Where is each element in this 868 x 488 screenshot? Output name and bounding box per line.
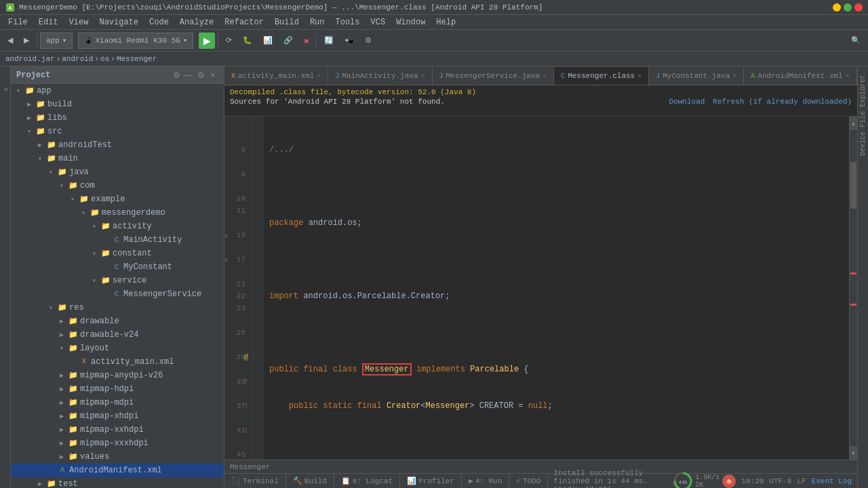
- sdk-button[interactable]: ⚙: [360, 33, 376, 49]
- breadcrumb-item-messenger[interactable]: Messenger: [117, 55, 157, 63]
- app-selector[interactable]: app ▾: [40, 33, 73, 49]
- back-button[interactable]: ◀: [3, 33, 18, 49]
- tab-messenger-class[interactable]: C Messenger.class ×: [554, 67, 649, 85]
- menu-window[interactable]: Window: [391, 16, 431, 28]
- tree-item-layout[interactable]: ▾ 📁 layout: [11, 342, 224, 355]
- tree-item-mainactivity[interactable]: C MainActivity: [11, 233, 224, 247]
- avd-button[interactable]: 📲: [340, 33, 359, 49]
- tree-item-test[interactable]: ▶ 📁 test: [11, 477, 224, 488]
- tree-item-java[interactable]: ▾ 📁 java: [11, 165, 224, 179]
- tree-item-mipmap-xxhdpi[interactable]: ▶ 📁 mipmap-xxhdpi: [11, 423, 224, 436]
- tree-item-androidtest[interactable]: ▶ 📁 androidTest: [11, 138, 224, 152]
- close-button[interactable]: [854, 3, 863, 12]
- panel-close-button[interactable]: ×: [208, 70, 218, 81]
- menu-code[interactable]: Code: [144, 16, 174, 28]
- tree-item-app[interactable]: ▾ 📁 app: [11, 84, 224, 98]
- bottom-tab-build[interactable]: 🔨 Build: [286, 474, 334, 489]
- tree-item-libs[interactable]: ▶ 📁 libs: [11, 111, 224, 125]
- menu-edit[interactable]: Edit: [33, 16, 64, 28]
- menu-file[interactable]: File: [3, 16, 33, 28]
- tree-item-com[interactable]: ▾ 📁 com: [11, 179, 224, 192]
- scroll-down-button[interactable]: ▼: [850, 446, 857, 460]
- menu-tools[interactable]: Tools: [330, 16, 366, 28]
- tree-item-values[interactable]: ▶ 📁 values: [11, 450, 224, 464]
- tree-item-mipmap-hdpi[interactable]: ▶ 📁 mipmap-hdpi: [11, 382, 224, 396]
- attach-button[interactable]: 🔗: [279, 33, 298, 49]
- tab-mainactivity-java[interactable]: J MainActivity.java ×: [328, 67, 432, 85]
- tree-item-androidmanifest[interactable]: A AndroidManifest.xml: [11, 464, 224, 477]
- tree-item-activity-main-xml[interactable]: X activity_main.xml: [11, 355, 224, 369]
- bottom-tab-logcat[interactable]: 📋 6: Logcat: [334, 474, 400, 489]
- tree-item-drawable[interactable]: ▶ 📁 drawable: [11, 314, 224, 328]
- event-log-button[interactable]: Event Log: [812, 477, 852, 485]
- tree-item-build[interactable]: ▶ 📁 build: [11, 98, 224, 111]
- maximize-button[interactable]: [844, 3, 852, 12]
- menu-navigate[interactable]: Navigate: [94, 16, 144, 28]
- bottom-tab-profiler[interactable]: 📊 Profiler: [400, 474, 462, 489]
- tree-item-src[interactable]: ▾ 📁 src: [11, 125, 224, 138]
- menu-view[interactable]: View: [64, 16, 94, 28]
- tree-arrow: ▶: [27, 100, 35, 108]
- menu-vcs[interactable]: VCS: [366, 16, 391, 28]
- tab-close-button[interactable]: ×: [846, 73, 850, 80]
- breadcrumb-item-os[interactable]: os: [100, 55, 109, 63]
- tab-close-button[interactable]: ×: [542, 73, 547, 80]
- tree-item-example[interactable]: ▾ 📁 example: [11, 192, 224, 206]
- tree-item-constant[interactable]: ▾ 📁 constant: [11, 247, 224, 260]
- scrollbar-right[interactable]: ▲ ▼: [849, 117, 857, 460]
- gradle-sync-button[interactable]: 🔄: [319, 33, 338, 49]
- menu-analyze[interactable]: Analyze: [174, 16, 219, 28]
- tab-myconstant-java[interactable]: J MyConstant.java ×: [649, 67, 744, 85]
- menu-run[interactable]: Run: [304, 16, 330, 28]
- tree-item-main[interactable]: ▾ 📁 main: [11, 152, 224, 165]
- tree-item-mipmap-xxxhdpi[interactable]: ▶ 📁 mipmap-xxxhdpi: [11, 436, 224, 450]
- tab-androidmanifest-xml[interactable]: A AndroidManifest.xml ×: [744, 67, 856, 85]
- tree-item-messengerservice[interactable]: C MessengerService: [11, 287, 224, 301]
- breadcrumb-item-jar[interactable]: android.jar: [5, 55, 55, 63]
- stop-button[interactable]: ■: [299, 33, 313, 49]
- scroll-thumb[interactable]: [850, 162, 856, 209]
- tree-item-mipmap-xhdpi[interactable]: ▶ 📁 mipmap-xhdpi: [11, 409, 224, 423]
- profile-button[interactable]: 📊: [258, 33, 277, 49]
- tree-item-messengerdemo[interactable]: ▾ 📁 messengerdemo: [11, 206, 224, 220]
- breadcrumb-item-android[interactable]: android: [62, 55, 93, 63]
- window-controls[interactable]: [833, 3, 863, 12]
- tree-item-service[interactable]: ▾ 📁 service: [11, 274, 224, 287]
- bottom-tab-todo[interactable]: ✓ TODO: [509, 474, 548, 489]
- scroll-track[interactable]: [850, 130, 857, 446]
- device-selector[interactable]: 📱 Xiaomi Redmi K30 5G ▾: [78, 33, 193, 49]
- download-link[interactable]: Download: [669, 98, 705, 106]
- tree-item-myconstant[interactable]: C MyConstant: [11, 260, 224, 274]
- run-button[interactable]: ▶: [199, 33, 215, 49]
- tab-messengerservice-java[interactable]: J MessengerService.java ×: [433, 67, 555, 85]
- tab-close-button[interactable]: ×: [420, 73, 425, 80]
- panel-gear-button[interactable]: ⚙: [195, 70, 206, 81]
- panel-collapse-button[interactable]: —: [183, 70, 194, 81]
- structure-icon[interactable]: ≡: [2, 87, 9, 91]
- sync-button[interactable]: ⟳: [221, 33, 237, 49]
- debug-button[interactable]: 🐛: [238, 33, 257, 49]
- forward-button[interactable]: ▶: [19, 33, 34, 49]
- tab-activity-main-xml[interactable]: X activity_main.xml ×: [224, 67, 328, 85]
- search-everywhere-button[interactable]: 🔍: [846, 33, 865, 49]
- menu-refactor[interactable]: Refactor: [219, 16, 269, 28]
- refresh-link[interactable]: Refresh (if already downloaded): [713, 98, 852, 106]
- bottom-tab-terminal[interactable]: ⬛ Terminal: [224, 474, 286, 489]
- tab-close-button[interactable]: ×: [317, 73, 321, 80]
- tree-item-mipmap-mdpi[interactable]: ▶ 📁 mipmap-mdpi: [11, 396, 224, 409]
- code-editor[interactable]: 6 8 10 11 13◁ 17◁ 21 22 23 25 29@ 33!: [224, 117, 857, 460]
- bottom-tab-run[interactable]: ▶ 4: Run: [462, 474, 509, 489]
- scroll-up-button[interactable]: ▲: [850, 117, 857, 130]
- menu-help[interactable]: Help: [431, 16, 461, 28]
- minimize-button[interactable]: [833, 3, 841, 12]
- code-content[interactable]: /.../ package android.os; import android…: [264, 117, 849, 460]
- panel-settings-button[interactable]: ⚙: [171, 70, 182, 81]
- device-file-explorer-label[interactable]: Device File Explorer: [859, 72, 867, 159]
- tab-close-button[interactable]: ×: [732, 73, 736, 80]
- tree-item-drawable-v24[interactable]: ▶ 📁 drawable-v24: [11, 328, 224, 342]
- menu-build[interactable]: Build: [269, 16, 304, 28]
- tab-close-button[interactable]: ×: [637, 73, 642, 80]
- tree-item-activity[interactable]: ▾ 📁 activity: [11, 220, 224, 233]
- tree-item-res[interactable]: ▾ 📁 res: [11, 301, 224, 314]
- tree-item-mipmap-anydpi[interactable]: ▶ 📁 mipmap-anydpi-v26: [11, 369, 224, 382]
